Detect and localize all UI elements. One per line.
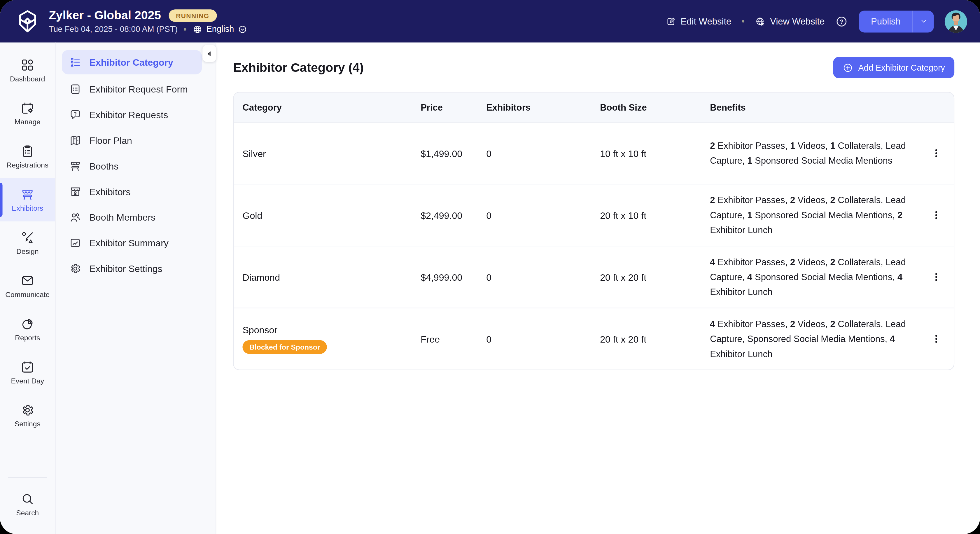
benefits-cell: 2 Exhibitor Passes, 2 Videos, 2 Collater… — [701, 193, 919, 238]
category-badge: Blocked for Sponsor — [242, 340, 327, 354]
benefits-cell: 2 Exhibitor Passes, 1 Videos, 1 Collater… — [701, 138, 919, 168]
search-label: Search — [16, 508, 39, 516]
booth-icon — [69, 160, 81, 172]
price-cell: Free — [412, 333, 477, 344]
svg-text:?: ? — [74, 111, 77, 116]
avatar[interactable] — [944, 10, 967, 33]
price-cell: $1,499.00 — [412, 148, 477, 158]
category-cell: Gold — [234, 210, 412, 220]
primary-sidebar-items: Dashboard Manage Registrations Exhibitor… — [0, 49, 55, 437]
calendar-gear-icon — [21, 101, 34, 115]
add-exhibitor-category-button[interactable]: Add Exhibitor Category — [833, 57, 955, 78]
category-cell: Diamond — [234, 272, 412, 282]
app-window: Zylker - Global 2025 RUNNING Tue Feb 04,… — [0, 0, 980, 534]
kebab-menu-icon[interactable] — [930, 147, 943, 159]
column-header-booth-size: Booth Size — [591, 102, 701, 112]
exhibitors-count-cell: 0 — [477, 272, 591, 282]
subnav-item-floor-plan[interactable]: Floor Plan — [56, 128, 216, 153]
subnav-item-label: Exhibitor Settings — [89, 263, 162, 274]
table-row: Sponsor Blocked for Sponsor Free 0 20 ft… — [234, 308, 954, 370]
event-title: Zylker - Global 2025 — [49, 8, 161, 22]
price-cell: $2,499.00 — [412, 210, 477, 220]
sidebar-item-search[interactable]: Search — [0, 478, 55, 530]
kebab-menu-icon[interactable] — [930, 209, 943, 222]
gear-icon — [69, 263, 81, 274]
sidebar-item-manage[interactable]: Manage — [0, 92, 55, 135]
booth-size-cell: 20 ft x 10 ft — [591, 210, 701, 220]
category-name: Silver — [242, 148, 266, 158]
subnav-item-label: Exhibitors — [89, 187, 130, 197]
row-actions-cell — [919, 147, 954, 159]
chevron-down-icon — [919, 17, 928, 26]
benefits-cell: 4 Exhibitor Passes, 2 Videos, 2 Collater… — [701, 255, 919, 300]
table-row: Silver $1,499.00 0 10 ft x 10 ft 2 Exhib… — [234, 123, 954, 184]
publish-button[interactable]: Publish — [859, 10, 912, 32]
collapse-panel-button[interactable] — [202, 45, 216, 62]
sidebar-item-label: Settings — [14, 420, 41, 428]
publish-dropdown-button[interactable] — [913, 10, 934, 32]
column-header-price: Price — [412, 102, 477, 112]
form-doc-icon — [69, 83, 81, 95]
sidebar-item-reports[interactable]: Reports — [0, 308, 55, 351]
view-website-button[interactable]: View Website — [755, 16, 825, 27]
exhibitors-count-cell: 0 — [477, 333, 591, 344]
subnav-item-label: Exhibitor Requests — [89, 110, 168, 120]
column-header-benefits: Benefits — [701, 102, 919, 112]
table-body: Silver $1,499.00 0 10 ft x 10 ft 2 Exhib… — [234, 123, 954, 370]
kebab-menu-icon[interactable] — [930, 271, 943, 283]
sidebar-item-exhibitors[interactable]: Exhibitors — [0, 178, 55, 222]
subnav-item-exhibitor-requests[interactable]: ? Exhibitor Requests — [56, 102, 216, 128]
table-row: Gold $2,499.00 0 20 ft x 10 ft 2 Exhibit… — [234, 184, 954, 246]
exhibitors-count-cell: 0 — [477, 148, 591, 158]
plus-circle-icon — [843, 62, 853, 73]
sidebar-item-event-day[interactable]: Event Day — [0, 351, 55, 394]
subnav-item-label: Booths — [89, 161, 118, 171]
subnav-item-exhibitor-summary[interactable]: Exhibitor Summary — [56, 230, 216, 256]
primary-sidebar: Dashboard Manage Registrations Exhibitor… — [0, 43, 56, 534]
column-header-exhibitors: Exhibitors — [477, 102, 591, 112]
subnav-item-exhibitor-category[interactable]: Exhibitor Category — [62, 50, 202, 75]
status-badge: RUNNING — [169, 9, 217, 22]
language-selector[interactable]: English — [192, 24, 248, 34]
dot-separator — [742, 20, 745, 23]
category-name: Gold — [242, 210, 262, 220]
booth-size-cell: 10 ft x 10 ft — [591, 148, 701, 158]
storefront-person-icon — [69, 186, 81, 198]
sidebar-item-design[interactable]: Design — [0, 222, 55, 265]
chevron-circle-icon — [238, 24, 248, 34]
sidebar-item-communicate[interactable]: Communicate — [0, 265, 55, 308]
pie-chart-icon — [21, 317, 34, 331]
subnav-item-exhibitor-settings[interactable]: Exhibitor Settings — [56, 256, 216, 281]
booth-size-cell: 20 ft x 20 ft — [591, 333, 701, 344]
question-bubble-icon: ? — [69, 109, 81, 121]
subnav-item-booths[interactable]: Booths — [56, 153, 216, 179]
subnav-item-exhibitor-request-form[interactable]: Exhibitor Request Form — [56, 76, 216, 102]
category-list-icon — [69, 56, 81, 68]
subnav-item-label: Exhibitor Summary — [89, 238, 169, 248]
price-cell: $4,999.00 — [412, 272, 477, 282]
sidebar-item-registrations[interactable]: Registrations — [0, 135, 55, 178]
subnav-item-booth-members[interactable]: Booth Members — [56, 204, 216, 230]
sidebar-item-label: Event Day — [11, 377, 44, 384]
language-label: English — [207, 24, 234, 34]
edit-website-button[interactable]: Edit Website — [666, 16, 731, 27]
category-name: Diamond — [242, 272, 280, 282]
kebab-menu-icon[interactable] — [930, 333, 943, 345]
sidebar-item-dashboard[interactable]: Dashboard — [0, 49, 55, 92]
collapse-panel-icon — [205, 49, 214, 58]
design-pen-icon — [21, 231, 34, 244]
view-website-label: View Website — [770, 16, 824, 26]
subnav-item-exhibitors[interactable]: Exhibitors — [56, 179, 216, 204]
secondary-sidebar-items: Exhibitor Category Exhibitor Request For… — [56, 50, 216, 281]
help-icon[interactable]: ? — [835, 14, 848, 28]
svg-text:?: ? — [840, 18, 844, 24]
dot-separator — [184, 28, 186, 30]
row-actions-cell — [919, 333, 954, 345]
dashboard-icon — [21, 58, 34, 72]
calendar-check-icon — [21, 360, 34, 374]
add-button-label: Add Exhibitor Category — [858, 63, 945, 72]
subnav-item-label: Exhibitor Request Form — [89, 84, 188, 94]
column-header-category: Category — [234, 102, 412, 112]
sidebar-item-settings[interactable]: Settings — [0, 394, 55, 437]
topbar-actions: Edit Website View Website ? Publish — [666, 10, 967, 33]
